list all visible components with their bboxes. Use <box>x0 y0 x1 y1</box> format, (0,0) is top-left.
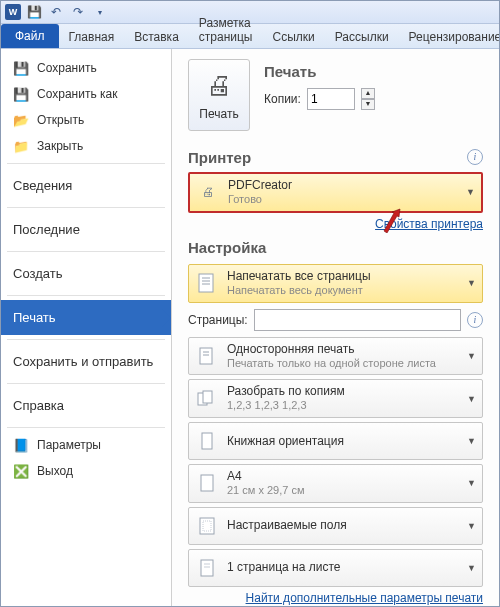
pages-info-icon[interactable]: i <box>467 312 483 328</box>
svg-rect-11 <box>200 518 214 534</box>
sidebar-new[interactable]: Создать <box>1 256 171 291</box>
sidebar-recent[interactable]: Последние <box>1 212 171 247</box>
printer-selector[interactable]: 🖨 PDFCreator Готово ▼ <box>188 172 483 213</box>
exit-icon: ❎ <box>13 463 29 479</box>
paper-icon <box>195 471 219 495</box>
spinner-up-icon[interactable]: ▲ <box>361 88 375 99</box>
separator <box>7 383 165 384</box>
save-icon[interactable]: 💾 <box>25 3 43 21</box>
sidebar-item-label: Сохранить <box>37 61 97 75</box>
separator <box>7 163 165 164</box>
sidebar-options[interactable]: 📘 Параметры <box>1 432 171 458</box>
tab-page-layout[interactable]: Разметка страницы <box>189 12 263 48</box>
tab-file[interactable]: Файл <box>1 24 59 48</box>
extra-print-params-link[interactable]: Найти дополнительные параметры печати <box>246 591 483 605</box>
separator <box>7 339 165 340</box>
print-title: Печать <box>264 63 375 80</box>
setting-orientation[interactable]: Книжная ориентация ▼ <box>188 422 483 460</box>
pages-row: Страницы: i <box>188 309 483 331</box>
sidebar-item-label: Параметры <box>37 438 101 452</box>
portrait-icon <box>195 429 219 453</box>
setting-title: Книжная ориентация <box>227 434 461 449</box>
word-backstage-print: W 💾 ↶ ↷ ▾ Файл Главная Вставка Разметка … <box>0 0 500 607</box>
setting-sub: Печатать только на одной стороне листа <box>227 357 461 371</box>
settings-title: Настройка <box>188 239 483 256</box>
printer-info-icon[interactable]: i <box>467 149 483 165</box>
setting-title: Настраиваемые поля <box>227 518 461 533</box>
sidebar-item-label: Сведения <box>13 178 72 193</box>
setting-paper-size[interactable]: A4 21 см x 29,7 см ▼ <box>188 464 483 503</box>
setting-pages-per-sheet[interactable]: 1 страница на листе ▼ <box>188 549 483 587</box>
sidebar-save[interactable]: 💾 Сохранить <box>1 55 171 81</box>
chevron-down-icon: ▼ <box>467 436 476 446</box>
setting-title: A4 <box>227 469 461 484</box>
copies-input[interactable] <box>307 88 355 110</box>
qat-customize-icon[interactable]: ▾ <box>91 3 109 21</box>
svg-rect-4 <box>200 348 212 364</box>
sidebar-print[interactable]: Печать <box>1 300 171 335</box>
printer-status: Готово <box>228 193 460 207</box>
tab-home[interactable]: Главная <box>59 26 125 48</box>
setting-title: Односторонняя печать <box>227 342 461 357</box>
copies-label: Копии: <box>264 92 301 106</box>
collate-icon <box>195 387 219 411</box>
svg-rect-8 <box>203 391 212 403</box>
setting-collate[interactable]: Разобрать по копиям 1,2,3 1,2,3 1,2,3 ▼ <box>188 379 483 418</box>
ribbon-tabs: Файл Главная Вставка Разметка страницы С… <box>1 24 499 49</box>
margins-icon <box>195 514 219 538</box>
printer-name: PDFCreator <box>228 178 460 193</box>
sidebar-item-label: Последние <box>13 222 80 237</box>
sidebar-save-as[interactable]: 💾 Сохранить как <box>1 81 171 107</box>
sidebar-item-label: Выход <box>37 464 73 478</box>
sidebar-info[interactable]: Сведения <box>1 168 171 203</box>
sidebar-item-label: Сохранить как <box>37 87 117 101</box>
pages-label: Страницы: <box>188 313 248 327</box>
setting-title: Разобрать по копиям <box>227 384 461 399</box>
one-side-icon <box>195 344 219 368</box>
chevron-down-icon: ▼ <box>467 521 476 531</box>
printer-section-title: Принтер <box>188 149 251 166</box>
options-icon: 📘 <box>13 437 29 453</box>
chevron-down-icon: ▼ <box>467 394 476 404</box>
spinner-down-icon[interactable]: ▼ <box>361 99 375 110</box>
svg-rect-10 <box>201 475 213 491</box>
svg-rect-0 <box>199 274 213 292</box>
extra-print-params-link-wrap: Найти дополнительные параметры печати <box>188 591 483 605</box>
setting-sub: Напечатать весь документ <box>227 284 461 298</box>
print-panel: 🖨 Печать Печать Копии: ▲ ▼ П <box>172 49 499 606</box>
undo-icon[interactable]: ↶ <box>47 3 65 21</box>
copies-row: Копии: ▲ ▼ <box>264 88 375 110</box>
page-per-sheet-icon <box>195 556 219 580</box>
tab-review[interactable]: Рецензирование <box>399 26 500 48</box>
sidebar-help[interactable]: Справка <box>1 388 171 423</box>
print-button-label: Печать <box>199 107 238 121</box>
save-icon: 💾 <box>13 60 29 76</box>
pages-input[interactable] <box>254 309 461 331</box>
sidebar-item-label: Печать <box>13 310 56 325</box>
setting-sub: 21 см x 29,7 см <box>227 484 461 498</box>
print-button[interactable]: 🖨 Печать <box>188 59 250 131</box>
sidebar-close[interactable]: 📁 Закрыть <box>1 133 171 159</box>
backstage-body: 💾 Сохранить 💾 Сохранить как 📂 Открыть 📁 … <box>1 49 499 606</box>
chevron-down-icon: ▼ <box>467 278 476 288</box>
setting-print-range[interactable]: Напечатать все страницы Напечатать весь … <box>188 264 483 303</box>
sidebar-item-label: Закрыть <box>37 139 83 153</box>
chevron-down-icon: ▼ <box>467 351 476 361</box>
sidebar-open[interactable]: 📂 Открыть <box>1 107 171 133</box>
app-icon: W <box>5 4 21 20</box>
pages-icon <box>195 271 219 295</box>
tab-insert[interactable]: Вставка <box>124 26 189 48</box>
sidebar-item-label: Открыть <box>37 113 84 127</box>
separator <box>7 427 165 428</box>
printer-properties-link-wrap: Свойства принтера <box>188 217 483 231</box>
printer-properties-link[interactable]: Свойства принтера <box>375 217 483 231</box>
sidebar-share[interactable]: Сохранить и отправить <box>1 344 171 379</box>
setting-one-sided[interactable]: Односторонняя печать Печатать только на … <box>188 337 483 376</box>
setting-margins[interactable]: Настраиваемые поля ▼ <box>188 507 483 545</box>
tab-references[interactable]: Ссылки <box>262 26 324 48</box>
setting-title: 1 страница на листе <box>227 560 461 575</box>
sidebar-exit[interactable]: ❎ Выход <box>1 458 171 484</box>
redo-icon[interactable]: ↷ <box>69 3 87 21</box>
tab-mailings[interactable]: Рассылки <box>325 26 399 48</box>
copies-spinner: ▲ ▼ <box>361 88 375 110</box>
